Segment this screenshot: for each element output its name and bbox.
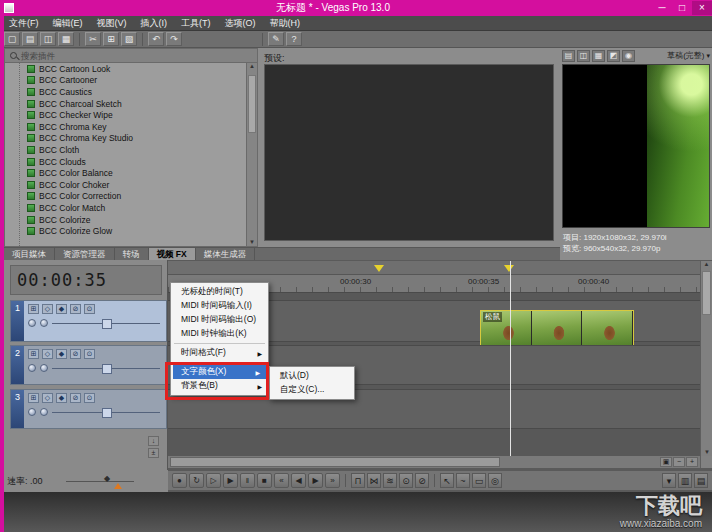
chevron-down-icon[interactable]: ▾ <box>706 52 710 60</box>
split-screen-button[interactable]: ◩ <box>607 50 620 62</box>
copy-button[interactable]: ⊞ <box>103 32 119 46</box>
scrollbar-thumb[interactable] <box>170 457 500 467</box>
minimize-button[interactable]: ─ <box>652 1 672 15</box>
paste-button[interactable]: ▧ <box>121 32 137 46</box>
mute-button[interactable]: ⊘ <box>70 349 81 359</box>
auto-ripple-button[interactable]: ≋ <box>383 473 397 488</box>
audio-meters-button[interactable]: ▤ <box>694 473 708 488</box>
menu-insert[interactable]: 插入(I) <box>134 16 175 30</box>
interactive-tutorials-button[interactable]: ✎ <box>268 32 284 46</box>
timeline-vertical-scrollbar[interactable]: ▲ ▼ <box>700 261 712 456</box>
automation-settings-button[interactable]: ◆ <box>56 304 67 314</box>
plugin-item[interactable]: BCC Chroma Key Studio <box>5 133 257 145</box>
presets-empty-area[interactable] <box>264 64 554 241</box>
tab-explorer[interactable]: 资源管理器 <box>55 248 115 260</box>
track-fx-button[interactable]: ◇ <box>42 349 53 359</box>
solo-button[interactable]: ⊙ <box>84 349 95 359</box>
open-project-button[interactable]: ▤ <box>22 32 38 46</box>
track-fx-button[interactable]: ◇ <box>42 304 53 314</box>
zoom-fit-button[interactable]: ▣ <box>660 457 672 467</box>
tab-transitions[interactable]: 转场 <box>115 248 149 260</box>
pan-knob[interactable] <box>40 408 48 416</box>
menu-item-time-at-cursor[interactable]: 光标处的时间(T) <box>171 285 268 299</box>
menu-help[interactable]: 帮助(H) <box>263 16 308 30</box>
menu-item-background-color[interactable]: 背景色(B)▶ <box>171 379 268 393</box>
rate-slider[interactable] <box>66 481 134 482</box>
plugin-item[interactable]: BCC Color Correction <box>5 191 257 203</box>
selection-edit-tool-button[interactable]: ▭ <box>472 473 486 488</box>
record-button[interactable]: ● <box>172 473 187 488</box>
restore-track-height-button[interactable]: ± <box>148 448 159 458</box>
track-motion-button[interactable]: ⊞ <box>28 349 39 359</box>
menu-item-midi-timecode-out[interactable]: MIDI 时间码输出(O) <box>171 313 268 327</box>
save-project-button[interactable]: ◫ <box>40 32 56 46</box>
video-output-fx-button[interactable]: ▦ <box>592 50 605 62</box>
scroll-up-icon[interactable]: ▲ <box>704 261 710 267</box>
enable-snapping-button[interactable]: ⊓ <box>351 473 365 488</box>
compositing-knob[interactable] <box>28 408 36 416</box>
plugin-item[interactable]: BCC Color Balance <box>5 167 257 179</box>
mute-button[interactable]: ⊘ <box>70 304 81 314</box>
plugin-list-scrollbar[interactable]: ▲ ▼ <box>246 63 257 246</box>
snapshot-button[interactable]: ◉ <box>622 50 635 62</box>
undo-button[interactable]: ↶ <box>148 32 164 46</box>
maximize-button[interactable]: □ <box>672 1 692 15</box>
tab-media-generators[interactable]: 媒体生成器 <box>196 248 256 260</box>
project-video-properties-button[interactable]: ▤ <box>562 50 575 62</box>
scrollbar-thumb[interactable] <box>248 75 256 133</box>
rate-slider-thumb[interactable]: ◆ <box>104 474 110 483</box>
marker-bar[interactable] <box>168 261 700 275</box>
plugin-item[interactable]: BCC Caustics <box>5 86 257 98</box>
normal-edit-tool-button[interactable]: ↖ <box>440 473 454 488</box>
menu-item-midi-timecode-in[interactable]: MIDI 时间码输入(I) <box>171 299 268 313</box>
submenu-item-default[interactable]: 默认(D) <box>270 369 354 383</box>
track-header-1[interactable]: 1 ⊞ ◇ ◆ ⊘ ⊙ <box>10 300 167 342</box>
timeline-horizontal-scrollbar[interactable]: ▣ − + <box>168 456 700 468</box>
plugin-item[interactable]: BCC Color Match <box>5 202 257 214</box>
plugin-item[interactable]: BCC Color Choker <box>5 179 257 191</box>
track-number[interactable]: 3 <box>11 390 24 428</box>
track-number[interactable]: 2 <box>11 346 24 384</box>
compositing-knob[interactable] <box>28 364 36 372</box>
plugin-item[interactable]: BCC Colorize Glow <box>5 225 257 237</box>
preview-quality-dropdown[interactable]: 草稿(完整) <box>667 50 704 61</box>
plugin-item[interactable]: BCC Cloth <box>5 144 257 156</box>
track-header-3[interactable]: 3 ⊞ ◇ ◆ ⊘ ⊙ <box>10 389 167 429</box>
new-project-button[interactable]: ▢ <box>4 32 20 46</box>
menu-tools[interactable]: 工具(T) <box>174 16 218 30</box>
track-header-2[interactable]: 2 ⊞ ◇ ◆ ⊘ ⊙ <box>10 345 167 385</box>
menu-edit[interactable]: 编辑(E) <box>46 16 90 30</box>
play-from-start-button[interactable]: ▷ <box>206 473 221 488</box>
marker-tool-button[interactable]: ▾ <box>662 473 676 488</box>
menu-file[interactable]: 文件(F) <box>2 16 46 30</box>
close-button[interactable]: × <box>692 1 712 15</box>
zoom-edit-tool-button[interactable]: ◎ <box>488 473 502 488</box>
track-motion-button[interactable]: ⊞ <box>28 304 39 314</box>
scroll-down-icon[interactable]: ▼ <box>704 449 710 455</box>
go-to-start-button[interactable]: « <box>274 473 289 488</box>
timeline-cursor[interactable] <box>510 261 511 456</box>
loop-region-start-marker[interactable] <box>374 265 384 272</box>
tab-project-media[interactable]: 项目媒体 <box>4 248 55 260</box>
plugin-item[interactable]: BCC Cartooner <box>5 75 257 87</box>
menu-item-text-color[interactable]: 文字颜色(X)▶ <box>173 365 266 379</box>
plugin-item[interactable]: BCC Cartoon Look <box>5 63 257 75</box>
plugin-item[interactable]: BCC Chroma Key <box>5 121 257 133</box>
pause-button[interactable]: ‖ <box>240 473 255 488</box>
cut-button[interactable]: ✂ <box>85 32 101 46</box>
auto-crossfade-button[interactable]: ⋈ <box>367 473 381 488</box>
track-level-slider[interactable] <box>52 319 160 327</box>
whats-this-help-button[interactable]: ? <box>286 32 302 46</box>
scroll-up-icon[interactable]: ▲ <box>249 63 255 69</box>
next-frame-button[interactable]: ▶ <box>308 473 323 488</box>
zoom-in-button[interactable]: + <box>686 457 698 467</box>
loop-playback-button[interactable]: ↻ <box>189 473 204 488</box>
stop-button[interactable]: ■ <box>257 473 272 488</box>
plugin-item[interactable]: BCC Charcoal Sketch <box>5 98 257 110</box>
video-event-clip[interactable]: 松鼠 <box>480 310 634 350</box>
project-properties-button[interactable]: ▦ <box>58 32 74 46</box>
scroll-down-icon[interactable]: ▼ <box>249 239 255 245</box>
plugin-search-input[interactable] <box>21 51 257 61</box>
plugin-item[interactable]: BCC Checker Wipe <box>5 109 257 121</box>
time-display[interactable]: 00:00:35 <box>10 265 162 295</box>
